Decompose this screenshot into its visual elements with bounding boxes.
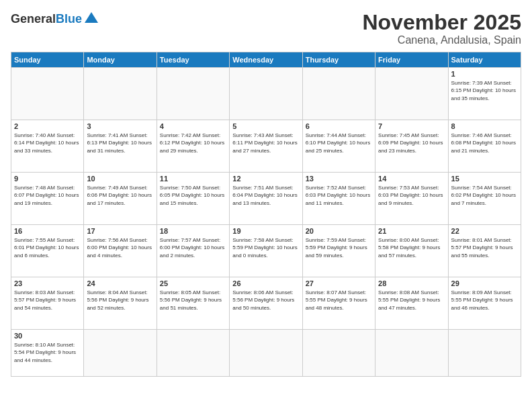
day-info: Sunrise: 7:59 AM Sunset: 5:59 PM Dayligh… [306,236,372,259]
day-number: 3 [87,122,153,130]
logo-icon [83,11,99,27]
day-info: Sunrise: 8:03 AM Sunset: 5:57 PM Dayligh… [14,289,81,312]
day-number: 2 [14,122,81,130]
logo-text: General Blue [11,11,99,27]
table-row: 20Sunrise: 7:59 AM Sunset: 5:59 PM Dayli… [302,225,375,277]
header-sunday: Sunday [11,52,84,68]
logo-general-text: General [11,12,56,26]
header-tuesday: Tuesday [157,52,229,68]
day-info: Sunrise: 8:05 AM Sunset: 5:56 PM Dayligh… [160,289,226,312]
day-info: Sunrise: 7:48 AM Sunset: 6:07 PM Dayligh… [14,184,81,207]
day-number: 26 [232,279,299,287]
day-info: Sunrise: 7:45 AM Sunset: 6:09 PM Dayligh… [378,132,445,154]
page: General Blue November 2025 Canena, Andal… [0,0,532,411]
day-number: 14 [378,175,445,183]
day-number: 7 [378,122,445,130]
table-row: 11Sunrise: 7:50 AM Sunset: 6:05 PM Dayli… [157,173,229,225]
header-wednesday: Wednesday [230,52,302,68]
logo: General Blue [11,11,99,27]
day-number: 12 [232,175,299,183]
day-number: 23 [14,279,81,287]
location-title: Canena, Andalusia, Spain [362,34,521,46]
day-info: Sunrise: 7:53 AM Sunset: 6:03 PM Dayligh… [378,184,445,207]
table-row: 9Sunrise: 7:48 AM Sunset: 6:07 PM Daylig… [11,173,84,225]
table-row [448,330,521,377]
day-info: Sunrise: 8:00 AM Sunset: 5:58 PM Dayligh… [378,236,445,259]
day-info: Sunrise: 7:52 AM Sunset: 6:03 PM Dayligh… [306,184,372,207]
table-row: 16Sunrise: 7:55 AM Sunset: 6:01 PM Dayli… [11,225,84,277]
table-row: 14Sunrise: 7:53 AM Sunset: 6:03 PM Dayli… [375,173,448,225]
day-info: Sunrise: 8:04 AM Sunset: 5:56 PM Dayligh… [87,289,153,312]
day-info: Sunrise: 7:43 AM Sunset: 6:11 PM Dayligh… [232,132,299,154]
day-info: Sunrise: 7:58 AM Sunset: 5:59 PM Dayligh… [232,236,299,259]
calendar-week-5: 23Sunrise: 8:03 AM Sunset: 5:57 PM Dayli… [11,277,521,330]
header-saturday: Saturday [448,52,521,68]
day-info: Sunrise: 7:54 AM Sunset: 6:02 PM Dayligh… [451,184,518,207]
day-number: 10 [87,175,153,183]
day-number: 6 [306,122,372,130]
day-info: Sunrise: 7:40 AM Sunset: 6:14 PM Dayligh… [14,132,81,154]
day-number: 27 [306,279,372,287]
table-row: 2Sunrise: 7:40 AM Sunset: 6:14 PM Daylig… [11,120,84,173]
day-number: 28 [378,279,445,287]
table-row [375,68,448,120]
day-number: 25 [160,279,226,287]
day-number: 17 [87,227,153,235]
table-row: 17Sunrise: 7:56 AM Sunset: 6:00 PM Dayli… [84,225,157,277]
calendar: Sunday Monday Tuesday Wednesday Thursday… [11,52,521,377]
calendar-week-4: 16Sunrise: 7:55 AM Sunset: 6:01 PM Dayli… [11,225,521,277]
day-number: 8 [451,122,518,130]
header-friday: Friday [375,52,448,68]
header: General Blue November 2025 Canena, Andal… [11,11,521,46]
table-row: 6Sunrise: 7:44 AM Sunset: 6:10 PM Daylig… [302,120,375,173]
day-info: Sunrise: 8:01 AM Sunset: 5:57 PM Dayligh… [451,236,518,259]
day-number: 11 [160,175,226,183]
table-row [302,330,375,377]
table-row: 5Sunrise: 7:43 AM Sunset: 6:11 PM Daylig… [230,120,302,173]
day-info: Sunrise: 8:09 AM Sunset: 5:55 PM Dayligh… [451,289,518,312]
day-info: Sunrise: 7:56 AM Sunset: 6:00 PM Dayligh… [87,236,153,259]
table-row: 8Sunrise: 7:46 AM Sunset: 6:08 PM Daylig… [448,120,521,173]
header-monday: Monday [84,52,157,68]
day-info: Sunrise: 7:50 AM Sunset: 6:05 PM Dayligh… [160,184,226,207]
table-row: 22Sunrise: 8:01 AM Sunset: 5:57 PM Dayli… [448,225,521,277]
day-number: 21 [378,227,445,235]
calendar-week-6: 30Sunrise: 8:10 AM Sunset: 5:54 PM Dayli… [11,330,521,377]
table-row [375,330,448,377]
day-info: Sunrise: 8:10 AM Sunset: 5:54 PM Dayligh… [14,341,81,364]
month-title: November 2025 [362,11,521,34]
table-row [84,68,157,120]
day-info: Sunrise: 7:39 AM Sunset: 6:15 PM Dayligh… [451,79,518,102]
day-info: Sunrise: 7:46 AM Sunset: 6:08 PM Dayligh… [451,132,518,154]
day-number: 4 [160,122,226,130]
table-row: 15Sunrise: 7:54 AM Sunset: 6:02 PM Dayli… [448,173,521,225]
day-number: 15 [451,175,518,183]
day-info: Sunrise: 7:57 AM Sunset: 6:00 PM Dayligh… [160,236,226,259]
day-number: 30 [14,332,81,340]
day-number: 1 [451,70,518,78]
table-row: 13Sunrise: 7:52 AM Sunset: 6:03 PM Dayli… [302,173,375,225]
day-number: 18 [160,227,226,235]
table-row: 10Sunrise: 7:49 AM Sunset: 6:06 PM Dayli… [84,173,157,225]
calendar-week-1: 1Sunrise: 7:39 AM Sunset: 6:15 PM Daylig… [11,68,521,120]
day-info: Sunrise: 8:08 AM Sunset: 5:55 PM Dayligh… [378,289,445,312]
table-row: 7Sunrise: 7:45 AM Sunset: 6:09 PM Daylig… [375,120,448,173]
table-row: 23Sunrise: 8:03 AM Sunset: 5:57 PM Dayli… [11,277,84,330]
day-number: 20 [306,227,372,235]
table-row: 29Sunrise: 8:09 AM Sunset: 5:55 PM Dayli… [448,277,521,330]
day-info: Sunrise: 7:51 AM Sunset: 6:04 PM Dayligh… [232,184,299,207]
day-info: Sunrise: 7:49 AM Sunset: 6:06 PM Dayligh… [87,184,153,207]
table-row: 4Sunrise: 7:42 AM Sunset: 6:12 PM Daylig… [157,120,229,173]
header-thursday: Thursday [302,52,375,68]
table-row: 12Sunrise: 7:51 AM Sunset: 6:04 PM Dayli… [230,173,302,225]
svg-marker-0 [85,12,98,23]
table-row [230,68,302,120]
table-row [84,330,157,377]
table-row [157,330,229,377]
day-number: 5 [232,122,299,130]
table-row: 19Sunrise: 7:58 AM Sunset: 5:59 PM Dayli… [230,225,302,277]
calendar-header-row: Sunday Monday Tuesday Wednesday Thursday… [11,52,521,68]
table-row: 25Sunrise: 8:05 AM Sunset: 5:56 PM Dayli… [157,277,229,330]
day-number: 22 [451,227,518,235]
table-row: 24Sunrise: 8:04 AM Sunset: 5:56 PM Dayli… [84,277,157,330]
